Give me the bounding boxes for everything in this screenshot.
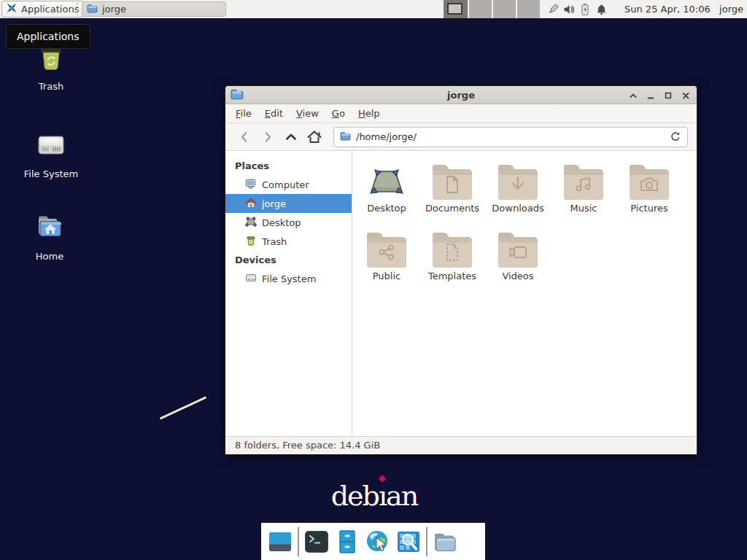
desktop-icon-filesystem[interactable]: File System <box>16 128 86 179</box>
file-item-music[interactable]: Music <box>551 165 616 214</box>
terminal-icon[interactable] <box>303 529 330 555</box>
desktop-icon-home[interactable]: Home <box>15 210 85 262</box>
menu-bar: File Edit View Go Help <box>225 104 697 123</box>
sidebar-item-trash[interactable]: Trash <box>225 232 352 251</box>
camera-glyph-icon <box>630 169 669 200</box>
file-item-downloads[interactable]: Downloads <box>485 165 551 214</box>
file-item-label: Documents <box>419 203 485 214</box>
workspace-1[interactable] <box>444 0 468 18</box>
panel-user-label[interactable]: jorge <box>719 0 743 18</box>
minimize-button[interactable] <box>645 90 656 101</box>
download-glyph-icon <box>498 169 538 200</box>
drive-icon <box>245 272 257 286</box>
menu-view[interactable]: View <box>290 104 325 122</box>
desktop-special-icon <box>368 164 406 200</box>
dock-folder-icon[interactable] <box>432 529 458 555</box>
file-item-templates[interactable]: Templates <box>419 233 485 281</box>
file-item-desktop[interactable]: Desktop <box>354 165 419 214</box>
file-cabinet-icon[interactable] <box>334 529 360 555</box>
file-item-public[interactable]: Public <box>354 233 419 281</box>
music-glyph-icon <box>564 169 603 200</box>
workspace-4[interactable] <box>516 0 540 18</box>
menu-edit[interactable]: Edit <box>258 104 290 122</box>
desktop-icon-label: Home <box>15 251 85 262</box>
pen-icon[interactable] <box>545 0 561 18</box>
status-bar: 8 folders, Free space: 14.4 GiB <box>225 436 697 454</box>
file-item-documents[interactable]: Documents <box>419 165 485 214</box>
debian-logo: debıan <box>330 481 419 512</box>
panel-handle[interactable] <box>75 3 80 15</box>
up-button[interactable] <box>282 128 300 147</box>
web-browser-icon[interactable] <box>365 529 391 555</box>
notifications-icon[interactable] <box>593 0 609 18</box>
window-titlebar[interactable]: jorge <box>225 86 697 104</box>
file-item-label: Desktop <box>354 203 419 214</box>
app-finder-icon[interactable] <box>395 529 422 555</box>
sidebar-header-devices: Devices <box>225 251 352 269</box>
desktop-icon <box>245 216 257 230</box>
file-item-pictures[interactable]: Pictures <box>616 165 682 214</box>
sidebar-header-places: Places <box>225 157 352 175</box>
battery-icon[interactable] <box>577 0 593 18</box>
dock <box>261 523 485 560</box>
sidebar-item-label: File System <box>262 273 316 284</box>
path-bar-value[interactable]: /home/jorge/ <box>356 131 417 142</box>
workspace-3[interactable] <box>492 0 516 18</box>
workspace-switcher[interactable] <box>444 0 540 18</box>
close-button[interactable] <box>680 90 691 101</box>
file-item-label: Pictures <box>616 203 682 214</box>
home-button[interactable] <box>306 128 323 147</box>
folder-icon <box>340 131 351 143</box>
file-item-videos[interactable]: Videos <box>485 233 551 281</box>
computer-icon <box>245 178 257 192</box>
volume-icon[interactable] <box>561 0 577 18</box>
maximize-button[interactable] <box>662 90 673 101</box>
taskbar-window-label: jorge <box>102 4 126 15</box>
file-item-label: Music <box>551 203 616 214</box>
applications-tooltip: Applications <box>6 24 90 49</box>
trash-icon <box>34 66 69 77</box>
applications-menu-label: Applications <box>21 4 79 15</box>
template-glyph-icon <box>433 237 472 268</box>
path-bar-field[interactable]: /home/jorge/ <box>333 127 688 147</box>
sidebar-item-label: Desktop <box>262 217 301 228</box>
file-item-label: Public <box>354 271 419 281</box>
toolbar: /home/jorge/ <box>225 123 697 151</box>
desktop-scratch-line <box>160 396 207 419</box>
sidebar-item-file-system[interactable]: File System <box>225 269 352 288</box>
share-glyph-icon <box>367 237 406 268</box>
top-panel: Applications jorge <box>0 0 747 18</box>
home-folder-icon <box>32 236 67 247</box>
sidebar-item-label: Trash <box>262 236 287 247</box>
panel-clock[interactable]: Sun 25 Apr, 10:06 <box>624 0 711 18</box>
forward-button[interactable] <box>259 128 276 147</box>
file-item-label: Downloads <box>485 203 551 214</box>
back-button[interactable] <box>236 128 253 147</box>
user-home-icon <box>245 197 257 211</box>
trash-small-icon <box>245 235 257 249</box>
workspace-window-preview <box>447 3 462 15</box>
window-title: jorge <box>225 86 697 104</box>
taskbar-window-button[interactable]: jorge <box>82 1 226 17</box>
menu-file[interactable]: File <box>229 104 258 122</box>
menu-go[interactable]: Go <box>325 104 352 122</box>
file-item-label: Templates <box>419 271 485 281</box>
system-tray <box>545 0 609 18</box>
folder-icon <box>87 4 98 15</box>
sidebar-item-label: jorge <box>262 198 286 209</box>
file-view[interactable]: Desktop Documents Downloads <box>352 151 697 436</box>
sidebar-item-computer[interactable]: Computer <box>225 175 352 194</box>
sidebar-item-desktop[interactable]: Desktop <box>225 213 352 232</box>
sidebar-item-jorge[interactable]: jorge <box>225 194 352 213</box>
show-desktop-icon[interactable] <box>267 529 293 555</box>
menu-help[interactable]: Help <box>352 104 387 122</box>
workspace-2[interactable] <box>468 0 492 18</box>
dock-separator <box>426 527 427 556</box>
shade-button[interactable] <box>627 90 638 101</box>
reload-icon[interactable] <box>670 131 681 143</box>
dock-separator <box>298 527 299 556</box>
applications-menu-button[interactable]: Applications <box>1 1 85 18</box>
file-manager-window: jorge File Edit View Go Help <box>225 85 697 455</box>
sidebar-item-label: Computer <box>262 179 309 190</box>
desktop-icon-label: Trash <box>16 81 86 92</box>
